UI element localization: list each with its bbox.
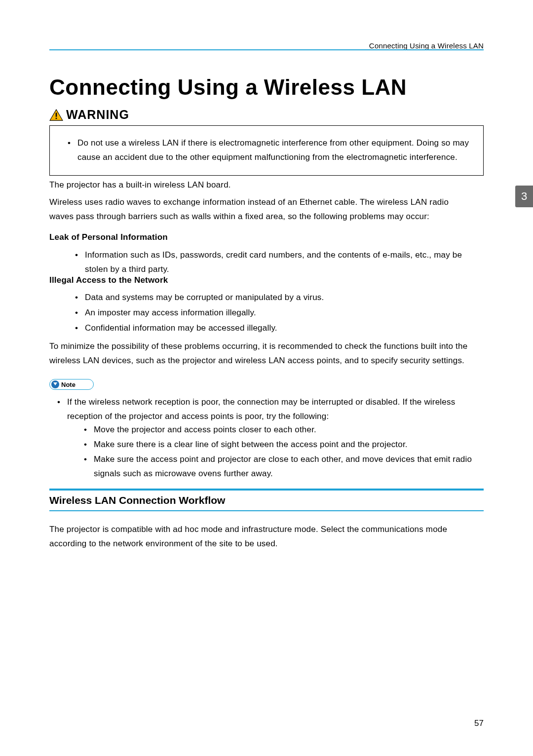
illegal-list-item-1: Data and systems may be corrupted or man… <box>85 290 484 304</box>
warning-label-text: WARNING <box>66 108 129 122</box>
note-down-arrow-icon <box>51 380 59 388</box>
section-rule-bottom <box>49 510 484 511</box>
illegal-list-item-3: Confidential information may be accessed… <box>85 321 484 335</box>
leak-heading: Leak of Personal Information <box>49 232 168 242</box>
warning-box: Do not use a wireless LAN if there is el… <box>49 125 484 176</box>
header-rule <box>49 49 484 50</box>
warning-body-text: Do not use a wireless LAN if there is el… <box>77 136 471 164</box>
svg-rect-1 <box>56 113 57 116</box>
page-title: Connecting Using a Wireless LAN <box>49 75 407 100</box>
illegal-heading: Illegal Access to the Network <box>49 275 168 285</box>
note-intro-item: If the wireless network reception is poo… <box>67 395 484 423</box>
note-subitem-3: Make sure the access point and projector… <box>94 452 484 481</box>
warning-triangle-icon <box>49 109 63 121</box>
intro-paragraph-1: The projector has a built-in wireless LA… <box>49 178 484 192</box>
section-rule-top <box>49 489 484 491</box>
note-subitem-2: Make sure there is a clear line of sight… <box>94 437 484 452</box>
illegal-list-item-2: An imposter may access information illeg… <box>85 305 484 320</box>
section-body-paragraph: The projector is compatible with ad hoc … <box>49 522 484 551</box>
running-head: Connecting Using a Wireless LAN <box>369 41 484 50</box>
svg-rect-2 <box>56 117 57 119</box>
note-pill: Note <box>49 379 94 390</box>
leak-list-item: Information such as IDs, passwords, cred… <box>85 248 484 276</box>
document-page: Connecting Using a Wireless LAN Connecti… <box>0 0 533 756</box>
minimize-paragraph: To minimize the possibility of these pro… <box>49 339 484 368</box>
warning-heading: WARNING <box>49 108 129 122</box>
intro-paragraph-2: Wireless uses radio waves to exchange in… <box>49 195 460 224</box>
note-subitem-1: Move the projector and access points clo… <box>94 422 484 437</box>
chapter-tab: 3 <box>515 186 533 207</box>
note-label-text: Note <box>61 381 76 388</box>
section-heading: Wireless LAN Connection Workflow <box>49 494 225 506</box>
page-number: 57 <box>474 718 484 728</box>
